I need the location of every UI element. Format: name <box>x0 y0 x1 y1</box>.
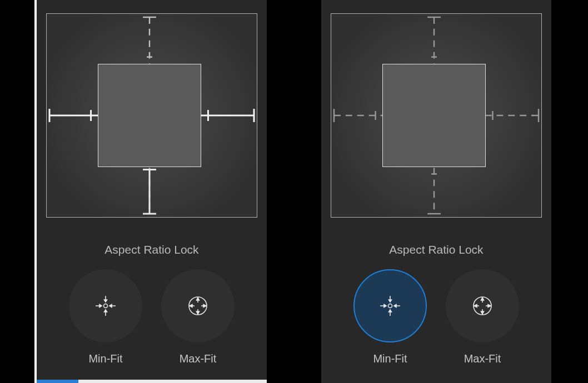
svg-marker-50 <box>384 305 386 308</box>
section-label: Aspect Ratio Lock <box>37 243 267 256</box>
inner-crop-square[interactable] <box>98 64 201 167</box>
max-fit-circle[interactable] <box>161 269 235 342</box>
min-fit-circle[interactable] <box>69 269 142 342</box>
max-fit-button[interactable]: Max-Fit <box>161 269 235 380</box>
svg-marker-54 <box>389 300 392 302</box>
svg-marker-18 <box>99 305 102 308</box>
max-fit-label: Max-Fit <box>180 352 217 365</box>
section-label: Aspect Ratio Lock <box>321 243 551 256</box>
svg-marker-52 <box>394 305 396 308</box>
min-fit-circle[interactable] <box>353 269 427 342</box>
min-fit-icon <box>94 295 117 317</box>
inner-crop-square[interactable] <box>382 64 486 167</box>
max-fit-label: Max-Fit <box>464 352 501 365</box>
min-fit-label: Min-Fit <box>373 352 407 365</box>
min-fit-icon <box>379 295 401 317</box>
min-fit-button[interactable]: Min-Fit <box>69 269 142 380</box>
aspect-ratio-panel-left: Aspect Ratio Lock <box>37 0 267 383</box>
min-fit-label: Min-Fit <box>88 352 122 365</box>
svg-marker-20 <box>109 305 112 308</box>
min-fit-button[interactable]: Min-Fit <box>353 269 427 380</box>
svg-marker-27 <box>197 298 200 300</box>
svg-point-16 <box>104 304 108 308</box>
svg-marker-63 <box>474 305 477 308</box>
svg-marker-56 <box>389 310 392 312</box>
aspect-preview[interactable] <box>46 13 257 218</box>
max-fit-icon <box>187 295 209 317</box>
svg-marker-59 <box>481 298 484 300</box>
aspect-preview[interactable] <box>331 13 542 218</box>
max-fit-button[interactable]: Max-Fit <box>446 269 519 380</box>
bottom-scrubber[interactable] <box>37 380 267 383</box>
max-fit-circle[interactable] <box>446 269 519 342</box>
max-fit-icon <box>471 295 494 317</box>
aspect-ratio-panel-right: Aspect Ratio Lock <box>321 0 551 383</box>
svg-marker-31 <box>190 305 192 308</box>
svg-marker-33 <box>203 305 206 308</box>
svg-marker-65 <box>488 305 491 308</box>
svg-marker-29 <box>197 311 200 314</box>
svg-marker-24 <box>104 310 107 312</box>
svg-marker-61 <box>481 311 484 314</box>
svg-point-48 <box>388 304 392 308</box>
fit-buttons-row: Min-Fit Max-Fit <box>37 269 267 380</box>
svg-marker-22 <box>104 300 107 302</box>
fit-buttons-row: Min-Fit Max-Fit <box>321 269 551 380</box>
